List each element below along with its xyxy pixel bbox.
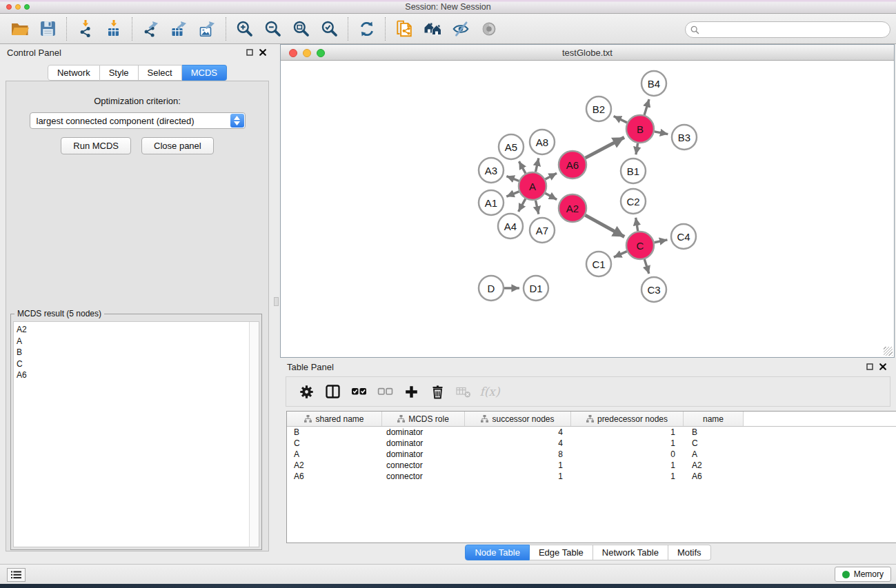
- close-panel-button[interactable]: Close panel: [141, 137, 214, 154]
- graph-node-A4[interactable]: A4: [498, 214, 523, 239]
- close-table-panel-icon[interactable]: [879, 363, 886, 370]
- export-table-button[interactable]: [165, 16, 193, 42]
- float-panel-icon[interactable]: [246, 49, 253, 56]
- graph-edge-A-A8[interactable]: [535, 158, 538, 172]
- delete-column-button[interactable]: [424, 379, 450, 404]
- table-tab-node-table[interactable]: Node Table: [465, 545, 530, 560]
- graph-node-B2[interactable]: B2: [586, 97, 611, 121]
- select-all-button[interactable]: [346, 379, 372, 404]
- table-tab-network-table[interactable]: Network Table: [593, 545, 668, 560]
- table-row[interactable]: Bdominator41B: [287, 427, 896, 438]
- zoom-out-button[interactable]: [259, 16, 287, 42]
- cell-successor-nodes[interactable]: 1: [465, 460, 571, 471]
- table-row[interactable]: A6connector11A6: [287, 471, 896, 482]
- tab-style[interactable]: Style: [100, 65, 139, 81]
- graph-node-C4[interactable]: C4: [671, 224, 696, 249]
- table-tab-motifs[interactable]: Motifs: [668, 545, 711, 560]
- float-table-panel-icon[interactable]: [866, 363, 873, 370]
- cell-shared-name[interactable]: A: [287, 449, 382, 460]
- graph-edge-A-A6[interactable]: [546, 173, 557, 179]
- graph-edge-C-C3[interactable]: [644, 259, 649, 274]
- vertical-splitter-handle[interactable]: [274, 297, 279, 306]
- import-network-button[interactable]: [71, 16, 99, 42]
- clone-network-button[interactable]: [390, 16, 418, 42]
- cell-successor-nodes[interactable]: 4: [465, 438, 571, 449]
- graph-node-A7[interactable]: A7: [530, 218, 555, 243]
- memory-button[interactable]: Memory: [835, 567, 891, 582]
- graph-edge-C-C2[interactable]: [636, 218, 638, 232]
- refresh-button[interactable]: [352, 16, 381, 42]
- graph-node-C3[interactable]: C3: [641, 277, 666, 302]
- cell-mcds-role[interactable]: connector: [382, 460, 465, 471]
- result-item[interactable]: A6: [17, 369, 259, 381]
- graph-node-A1[interactable]: A1: [479, 190, 504, 215]
- cell-successor-nodes[interactable]: 1: [465, 471, 571, 482]
- close-window-button[interactable]: [6, 4, 12, 10]
- result-item[interactable]: B: [17, 347, 259, 358]
- add-column-button[interactable]: [398, 379, 424, 404]
- task-history-button[interactable]: [7, 568, 26, 582]
- result-item[interactable]: C: [17, 358, 259, 370]
- cell-name[interactable]: A2: [684, 460, 744, 471]
- column-header-shared-name[interactable]: shared name: [287, 412, 382, 426]
- graph-edge-C-C1[interactable]: [614, 252, 627, 258]
- deselect-all-button[interactable]: [372, 379, 398, 404]
- window-resize-grip[interactable]: [884, 347, 893, 356]
- graph-edge-A-A4[interactable]: [519, 199, 526, 212]
- zoom-fit-button[interactable]: [287, 16, 315, 42]
- network-canvas[interactable]: AA1A2A3A4A5A6A7A8BB1B2B3B4CC1C2C3C4DD1: [281, 61, 894, 357]
- settings-button[interactable]: [293, 379, 319, 404]
- cell-shared-name[interactable]: B: [287, 427, 382, 438]
- graph-edge-C-C4[interactable]: [655, 240, 668, 243]
- graph-edge-A-A2[interactable]: [545, 193, 557, 199]
- result-scrollbar[interactable]: [249, 322, 259, 547]
- column-header-name[interactable]: name: [684, 412, 744, 426]
- export-image-button[interactable]: [193, 16, 221, 42]
- network-close-button[interactable]: [289, 49, 297, 57]
- run-mcds-button[interactable]: Run MCDS: [61, 137, 131, 154]
- import-table-button[interactable]: [99, 16, 128, 42]
- graph-node-B4[interactable]: B4: [641, 71, 666, 96]
- graph-node-B1[interactable]: B1: [621, 159, 646, 183]
- zoom-in-button[interactable]: [230, 16, 259, 42]
- graph-node-A3[interactable]: A3: [479, 158, 504, 183]
- tab-mcds[interactable]: MCDS: [182, 65, 227, 81]
- graph-node-D1[interactable]: D1: [524, 276, 548, 301]
- graph-edge-A-A3[interactable]: [506, 176, 519, 181]
- criterion-select[interactable]: largest connected component (directed): [30, 112, 246, 129]
- cell-shared-name[interactable]: A2: [287, 460, 382, 471]
- cell-predecessor-nodes[interactable]: 1: [571, 427, 684, 438]
- open-session-button[interactable]: [6, 16, 34, 42]
- table-row[interactable]: A2connector11A2: [287, 460, 896, 471]
- result-item[interactable]: A2: [17, 324, 259, 336]
- graph-node-A5[interactable]: A5: [499, 134, 524, 159]
- graph-node-A2[interactable]: A2: [559, 194, 586, 222]
- search-input[interactable]: [703, 24, 890, 35]
- network-zoom-button[interactable]: [317, 49, 325, 57]
- cell-mcds-role[interactable]: dominator: [382, 438, 465, 449]
- graph-edge-B-B4[interactable]: [644, 99, 649, 115]
- tab-network[interactable]: Network: [48, 65, 100, 81]
- graph-node-A[interactable]: A: [519, 172, 546, 200]
- show-all-button[interactable]: [475, 16, 503, 42]
- save-session-button[interactable]: [34, 16, 62, 42]
- hide-selected-button[interactable]: [446, 16, 475, 42]
- table-row[interactable]: Cdominator41C: [287, 438, 896, 449]
- cell-predecessor-nodes[interactable]: 1: [571, 471, 684, 482]
- close-panel-icon[interactable]: [259, 49, 266, 56]
- cell-name[interactable]: B: [684, 427, 744, 438]
- graph-node-C2[interactable]: C2: [621, 189, 646, 214]
- export-network-button[interactable]: [137, 16, 165, 42]
- cell-name[interactable]: C: [684, 438, 744, 449]
- first-neighbors-button[interactable]: [418, 16, 446, 42]
- graph-edge-A2-C[interactable]: [585, 215, 624, 236]
- graph-node-C1[interactable]: C1: [586, 252, 611, 276]
- graph-node-B[interactable]: B: [626, 115, 654, 143]
- cell-name[interactable]: A: [684, 449, 744, 460]
- graph-node-B3[interactable]: B3: [672, 125, 697, 150]
- graph-edge-B-B1[interactable]: [636, 143, 638, 155]
- column-header-predecessor-nodes[interactable]: predecessor nodes: [571, 412, 684, 426]
- cell-successor-nodes[interactable]: 4: [465, 427, 571, 438]
- table-tab-edge-table[interactable]: Edge Table: [530, 545, 593, 560]
- graph-node-D[interactable]: D: [479, 276, 504, 301]
